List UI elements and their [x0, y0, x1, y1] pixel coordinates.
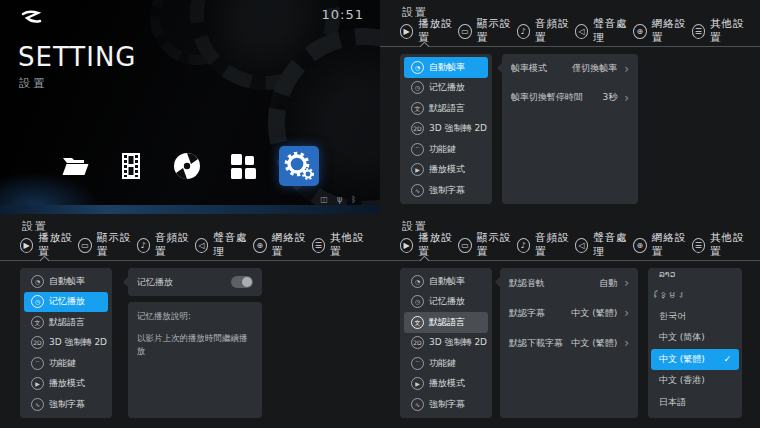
subtitle-icon: ∿: [411, 398, 424, 411]
menu-item-play-mode[interactable]: ▶播放模式: [404, 374, 488, 395]
tab-display-settings[interactable]: ▭顯示設置: [458, 17, 516, 45]
tab-audio-settings[interactable]: ♪音頻設置: [137, 231, 195, 259]
menu-item-3d-to-2d[interactable]: 2D3D 強制轉 2D: [24, 333, 108, 354]
audio-icon: ♪: [137, 238, 150, 253]
tab-other-settings[interactable]: ☰其他設置: [312, 231, 370, 259]
menu-item-default-language[interactable]: 文默認語言: [404, 312, 488, 333]
setting-row-default-subtitle[interactable]: 默認字幕 中文 (繁體) ›: [500, 298, 638, 328]
setting-row-framerate-pause-time[interactable]: 帧率切換暫停時間 3秒 ›: [502, 83, 638, 112]
dock-item-video-player[interactable]: [111, 146, 151, 186]
tab-audio-settings[interactable]: ♪音頻設置: [517, 17, 575, 45]
play-mode-icon: ▶: [31, 377, 44, 390]
menu-item-label: 功能鍵: [49, 357, 76, 370]
tab-other-settings[interactable]: ☰其他設置: [692, 17, 750, 45]
setting-label: 帧率模式: [511, 62, 547, 75]
tab-sound-processing[interactable]: ◁聲音處理: [195, 231, 253, 259]
language-option-lao[interactable]: ລາວ: [651, 268, 739, 284]
language-option-chinese-hongkong[interactable]: 中文 (香港): [651, 370, 739, 391]
language-icon: 文: [411, 316, 424, 329]
language-option-chinese-traditional[interactable]: 中文 (繁體)✓: [651, 349, 739, 370]
menu-item-forced-subtitle[interactable]: ∿強制字幕: [24, 394, 108, 415]
setting-label: 默認音軌: [509, 277, 545, 290]
tab-display-settings[interactable]: ▭顯示設置: [78, 231, 136, 259]
dock-item-settings[interactable]: [279, 146, 319, 186]
menu-item-label: 3D 強制轉 2D: [49, 336, 107, 349]
tab-label: 網絡設置: [272, 231, 312, 259]
menu-item-auto-framerate[interactable]: ◔自動帧率: [24, 271, 108, 292]
menu-lines-icon: ☰: [312, 238, 325, 253]
settings-menu: ◔自動帧率 ◷记忆播放 文默認語言 2D3D 強制轉 2D ⌒功能鍵 ▶播放模式…: [400, 268, 492, 418]
panel-connector: [123, 277, 128, 287]
dock-item-media-center[interactable]: [167, 146, 207, 186]
subtitle-icon: ∿: [31, 398, 44, 411]
tab-sound-processing[interactable]: ◁聲音處理: [575, 17, 633, 45]
chevron-right-icon: ›: [624, 92, 629, 104]
language-option-chinese-simplified[interactable]: 中文 (简体): [651, 327, 739, 348]
tab-sound-processing[interactable]: ◁聲音處理: [575, 231, 633, 259]
tab-play-settings[interactable]: ▶播放設置: [20, 231, 78, 259]
menu-item-play-mode[interactable]: ▶播放模式: [404, 160, 488, 181]
menu-item-resume-playback[interactable]: ◷记忆播放: [404, 78, 488, 99]
setting-value: 中文 (繁體): [571, 337, 617, 350]
audio-icon: ♪: [517, 238, 530, 253]
tab-network-settings[interactable]: ⊕網絡設置: [253, 231, 311, 259]
setting-row-framerate-mode[interactable]: 帧率模式 僅切換帧率 ›: [502, 54, 638, 83]
menu-item-label: 默認語言: [429, 102, 465, 115]
usb-icon: ψ: [337, 195, 342, 205]
tab-other-settings[interactable]: ☰其他設置: [692, 231, 750, 259]
tab-label: 顯示設置: [477, 17, 517, 45]
dock-item-app-grid[interactable]: [223, 146, 263, 186]
play-icon: ▶: [400, 24, 413, 39]
tab-network-settings[interactable]: ⊕網絡設置: [633, 231, 691, 259]
menu-item-label: 播放模式: [49, 377, 85, 390]
tab-play-settings[interactable]: ▶播放設置: [400, 17, 458, 45]
menu-item-label: 记忆播放: [429, 81, 465, 94]
play-icon: ▶: [400, 238, 413, 253]
menu-item-3d-to-2d[interactable]: 2D3D 強制轉 2D: [404, 119, 488, 140]
tab-bar: ▶播放設置 ▭顯示設置 ♪音頻設置 ◁聲音處理 ⊕網絡設置 ☰其他設置: [400, 21, 750, 41]
menu-item-resume-playback[interactable]: ◷记忆播放: [404, 292, 488, 313]
menu-item-default-language[interactable]: 文默認語言: [24, 312, 108, 333]
language-option-khmer[interactable]: ខ្មែរ: [651, 284, 739, 305]
menu-item-function-key[interactable]: ⌒功能鍵: [24, 353, 108, 374]
brand-logo-icon: [20, 10, 42, 30]
tab-audio-settings[interactable]: ♪音頻設置: [517, 231, 575, 259]
page-subtitle: 設置: [19, 76, 48, 91]
language-option-japanese[interactable]: 日本語: [651, 391, 739, 412]
setting-row-default-download-subtitle[interactable]: 默認下載字幕 中文 (繁體) ›: [500, 328, 638, 358]
menu-item-play-mode[interactable]: ▶播放模式: [24, 374, 108, 395]
settings-screen-framerate: 設置 ▶播放設置 ▭顯示設置 ♪音頻設置 ◁聲音處理 ⊕網絡設置 ☰其他設置 ◔…: [380, 0, 760, 214]
language-icon: 文: [411, 102, 424, 115]
settings-screen-resume-playback: 設置 ▶播放設置 ▭顯示設置 ♪音頻設置 ◁聲音處理 ⊕網絡設置 ☰其他設置 ◔…: [0, 214, 380, 428]
menu-item-label: 自動帧率: [429, 61, 465, 74]
menu-item-3d-to-2d[interactable]: 2D3D 強制轉 2D: [404, 333, 488, 354]
setting-value: 3秒: [602, 91, 617, 104]
2d-icon: 2D: [411, 122, 424, 135]
audio-icon: ♪: [517, 24, 530, 39]
framerate-detail-panel: 帧率模式 僅切換帧率 › 帧率切換暫停時間 3秒 ›: [502, 54, 638, 204]
function-key-icon: ⌒: [411, 357, 424, 370]
menu-item-auto-framerate[interactable]: ◔自動帧率: [404, 271, 488, 292]
dock-item-file-manager[interactable]: [55, 146, 95, 186]
menu-item-forced-subtitle[interactable]: ∿強制字幕: [404, 180, 488, 201]
menu-item-label: 默認語言: [429, 316, 465, 329]
menu-item-resume-playback[interactable]: ◷记忆播放: [24, 292, 108, 313]
language-option-label: 日本語: [659, 396, 686, 409]
menu-item-forced-subtitle[interactable]: ∿強制字幕: [404, 394, 488, 415]
menu-item-function-key[interactable]: ⌒功能鍵: [404, 139, 488, 160]
menu-item-label: 強制字幕: [429, 398, 465, 411]
tab-network-settings[interactable]: ⊕網絡設置: [633, 17, 691, 45]
menu-item-function-key[interactable]: ⌒功能鍵: [404, 353, 488, 374]
history-clock-icon: ◷: [31, 295, 44, 308]
tab-display-settings[interactable]: ▭顯示設置: [458, 231, 516, 259]
language-option-korean[interactable]: 한국어: [651, 306, 739, 327]
tab-play-settings[interactable]: ▶播放設置: [400, 231, 458, 259]
resume-playback-toggle[interactable]: [231, 276, 253, 288]
menu-item-auto-framerate[interactable]: ◔自動帧率: [404, 57, 488, 78]
chevron-right-icon: ›: [624, 337, 629, 349]
menu-item-default-language[interactable]: 文默認語言: [404, 98, 488, 119]
tab-label: 聲音處理: [593, 17, 633, 45]
setting-row-default-audio-track[interactable]: 默認音軌 自動 ›: [500, 268, 638, 298]
chevron-right-icon: ›: [624, 277, 629, 289]
setting-row-resume-toggle[interactable]: 记忆播放: [128, 268, 262, 296]
